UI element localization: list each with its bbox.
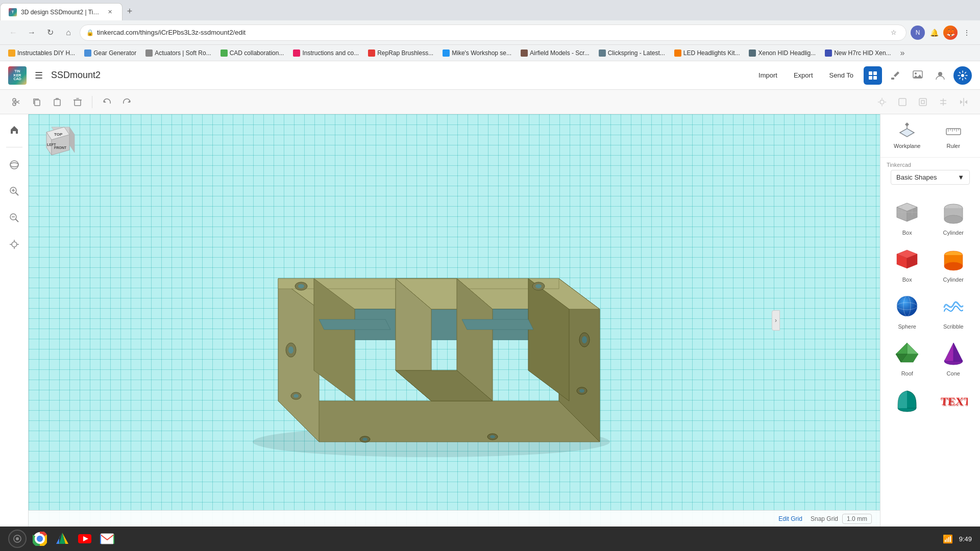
shape-visual-text: TEXT TEXT (938, 385, 969, 415)
bookmark-cad-collab[interactable]: CAD collaboration... (216, 47, 288, 59)
svg-point-79 (582, 336, 587, 343)
send-to-button[interactable]: Send To (823, 68, 860, 82)
svg-marker-69 (462, 319, 533, 330)
bookmark-favicon (749, 49, 756, 57)
url-bar[interactable]: 🔒 tinkercad.com/things/iCrEPbs3L3z-ssdmo… (80, 24, 906, 41)
new-tab-button[interactable]: + (122, 4, 137, 18)
bookmark-reprap[interactable]: RepRap Brushless... (364, 47, 437, 59)
bookmark-favicon (84, 49, 91, 57)
cut-button[interactable] (8, 94, 24, 110)
import-button[interactable]: Import (752, 68, 783, 82)
workplane-label: Workplane (894, 143, 920, 149)
workplane-button[interactable]: Workplane (885, 118, 930, 153)
copy-button[interactable] (29, 94, 45, 110)
account-button[interactable] (931, 66, 949, 85)
bookmark-led-headlights[interactable]: LED Headlights Kit... (670, 47, 744, 59)
zoom-out-button[interactable] (5, 209, 23, 227)
taskbar-record-button[interactable] (8, 530, 27, 548)
svg-marker-128 (953, 343, 963, 361)
shape-cylinder-grey[interactable]: Cylinder (931, 193, 976, 239)
shape-tool-1[interactable] (894, 94, 911, 110)
tools-button[interactable] (886, 66, 904, 85)
shape-tool-2[interactable] (915, 94, 931, 110)
light-icon[interactable] (874, 94, 890, 110)
shape-box-grey[interactable]: Box (885, 193, 930, 239)
extensions-button[interactable]: N (911, 26, 925, 40)
back-button[interactable]: ← (6, 26, 20, 40)
bookmark-favicon (521, 49, 528, 57)
shape-sphere-label: Sphere (898, 323, 916, 330)
shape-text-red[interactable]: TEXT TEXT (931, 381, 976, 420)
fit-view-button[interactable] (5, 235, 23, 254)
svg-rect-4 (891, 78, 894, 80)
svg-rect-2 (869, 76, 872, 80)
menu-button[interactable]: ⋮ (960, 26, 974, 40)
reload-button[interactable]: ↻ (43, 26, 57, 40)
bookmark-instructables[interactable]: Instructables DIY H... (4, 47, 79, 59)
bookmark-favicon (8, 49, 15, 57)
panel-collapse-toggle[interactable]: › (772, 310, 780, 331)
edit-grid-label[interactable]: Edit Grid (778, 515, 802, 522)
shapes-category-dropdown[interactable]: Basic Shapes ▼ (891, 170, 970, 185)
address-bar: ← → ↻ ⌂ 🔒 tinkercad.com/things/iCrEPbs3L… (0, 20, 980, 45)
bookmark-gear-generator[interactable]: Gear Generator (80, 47, 140, 59)
panel-separator (6, 147, 22, 147)
mirror-tool[interactable] (955, 94, 972, 110)
bookmark-instructions[interactable]: Instructions and co... (289, 47, 363, 59)
redo-button[interactable] (119, 94, 135, 110)
bookmark-mikes-workshop[interactable]: Mike's Workshop se... (438, 47, 516, 59)
home-nav-button[interactable] (5, 120, 23, 139)
align-tool[interactable] (935, 94, 951, 110)
undo-button[interactable] (99, 94, 115, 110)
delete-button[interactable] (69, 94, 86, 110)
toolbar-right (874, 94, 972, 110)
more-bookmarks-button[interactable]: » (896, 46, 909, 60)
bookmark-h7rc[interactable]: New H7rc HID Xen... (821, 47, 895, 59)
shape-cylinder-orange[interactable]: Cylinder (931, 240, 976, 286)
taskbar-youtube-button[interactable] (76, 530, 94, 548)
zoom-in-button[interactable] (5, 182, 23, 201)
shape-scribble[interactable]: Scribble (931, 287, 976, 333)
export-button[interactable]: Export (788, 68, 819, 82)
shape-sphere-blue[interactable]: Sphere (885, 287, 930, 333)
taskbar-chrome-button[interactable] (31, 530, 49, 548)
bookmark-clickspring[interactable]: Clickspring - Latest... (595, 47, 669, 59)
toolbar-separator-1 (92, 96, 92, 108)
taskbar: 📶 9:49 (0, 527, 980, 551)
gallery-button[interactable] (909, 66, 927, 85)
svg-point-119 (897, 296, 917, 316)
hamburger-menu-icon[interactable]: ☰ (35, 70, 43, 81)
bookmark-actuators[interactable]: Actuators | Soft Ro... (141, 47, 215, 59)
settings-button[interactable] (953, 66, 972, 85)
ruler-button[interactable]: Ruler (931, 118, 976, 153)
paste-button[interactable] (49, 94, 65, 110)
forward-button[interactable]: → (24, 26, 39, 40)
taskbar-drive-button[interactable] (53, 530, 71, 548)
snap-grid-value[interactable]: 1.0 mm (842, 514, 872, 524)
orbit-button[interactable] (5, 156, 23, 174)
left-panel (0, 114, 29, 527)
shape-cone-purple[interactable]: Cone (931, 334, 976, 380)
firefox-button[interactable]: 🦊 (943, 26, 958, 40)
grid-view-button[interactable] (864, 66, 882, 85)
bookmark-airfield[interactable]: Airfield Models - Scr... (517, 47, 594, 59)
bookmark-label: New H7rc HID Xen... (834, 49, 891, 57)
bookmark-xenon[interactable]: Xenon HID Headlig... (745, 47, 820, 59)
shape-roof-green[interactable]: Roof (885, 334, 930, 380)
shape-box-red[interactable]: Box (885, 240, 930, 286)
home-button[interactable]: ⌂ (61, 26, 76, 40)
active-tab[interactable]: T 3D design SSDmount2 | Tinker... ✕ (0, 3, 122, 20)
viewport[interactable]: TOP LEFT FRONT (29, 114, 880, 527)
view-cube[interactable]: TOP LEFT FRONT (39, 124, 75, 160)
svg-marker-87 (900, 129, 914, 137)
tab-close-button[interactable]: ✕ (106, 8, 114, 16)
shape-teal-dome[interactable] (885, 381, 930, 420)
taskbar-gmail-button[interactable] (98, 530, 116, 548)
bookmark-star-button[interactable]: ☆ (888, 27, 900, 39)
tab-bar: T 3D design SSDmount2 | Tinker... ✕ + (0, 0, 980, 20)
notifications-button[interactable]: 🔔 (927, 26, 941, 40)
svg-rect-14 (54, 99, 60, 106)
tinkercad-label: Tinkercad (887, 162, 974, 168)
shape-visual-cylinder-grey (938, 197, 969, 228)
svg-rect-143 (101, 534, 114, 544)
